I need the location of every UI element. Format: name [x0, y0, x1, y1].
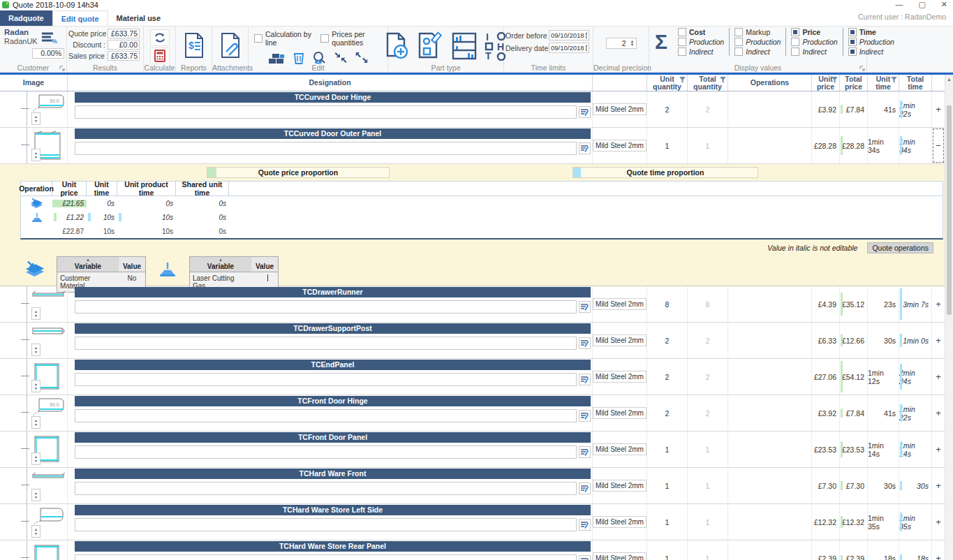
notes-edit-icon[interactable]: [579, 446, 591, 458]
row-expander[interactable]: −: [932, 128, 945, 163]
scroll-up-icon[interactable]: ▲: [945, 75, 953, 83]
op-unit-time[interactable]: 10s: [87, 214, 117, 221]
row-expander[interactable]: +: [932, 359, 945, 395]
recalculate-icon[interactable]: [150, 29, 170, 46]
notes-edit-icon[interactable]: [579, 410, 591, 422]
preview-icon[interactable]: [311, 51, 327, 64]
unit-quantity-cell[interactable]: 2: [647, 395, 688, 431]
filter-icon[interactable]: [720, 77, 726, 83]
designation-input[interactable]: [75, 105, 577, 119]
notes-edit-icon[interactable]: [579, 301, 591, 313]
order-before-date[interactable]: 09/10/2018: [549, 30, 589, 40]
unit-quantity-cell[interactable]: 1: [647, 504, 688, 540]
header-unit-price[interactable]: Unit price: [812, 75, 840, 91]
quantity-spinner[interactable]: ▲▼: [31, 112, 40, 125]
header-image[interactable]: Image: [0, 75, 68, 91]
row-expander[interactable]: +: [932, 91, 945, 127]
price-indirect-checkbox[interactable]: Indirect: [791, 47, 837, 56]
spinner-arrows-icon[interactable]: ▲▼: [629, 40, 636, 47]
header-total-quantity[interactable]: Total quantity: [688, 75, 728, 91]
quantity-spinner[interactable]: ▲▼: [31, 525, 40, 538]
designation-input[interactable]: [75, 518, 577, 531]
sales-price-value[interactable]: £633.75: [108, 51, 140, 61]
quote-operations-button[interactable]: Quote operations: [867, 242, 933, 253]
display-values-dialog-launcher[interactable]: [859, 66, 865, 71]
quantity-spinner[interactable]: ▲▼: [31, 380, 40, 392]
quantity-spinner[interactable]: ▲▼: [31, 416, 40, 429]
close-button[interactable]: ✕: [941, 0, 947, 9]
material-button[interactable]: Mild Steel 2mm: [593, 407, 647, 419]
tab-material-use[interactable]: Material use: [108, 10, 170, 26]
row-expander[interactable]: +: [932, 395, 945, 431]
material-button[interactable]: Mild Steel 2mm: [593, 103, 647, 115]
material-button[interactable]: Mild Steel 2mm: [593, 552, 647, 560]
op-header-unit-product-time[interactable]: Unit product time: [117, 182, 176, 196]
calculator-icon[interactable]: [150, 47, 170, 64]
op-header-operation[interactable]: Operation: [21, 182, 52, 196]
discount-input[interactable]: 0.00%: [32, 48, 64, 59]
unit-quantity-cell[interactable]: 2: [647, 323, 688, 358]
add-part-icon[interactable]: [384, 31, 409, 61]
material-button[interactable]: Mild Steel 2mm: [593, 443, 647, 455]
tab-edit-quote[interactable]: Edit quote: [52, 10, 108, 26]
op-header-shared-unit-time[interactable]: Shared unit time: [176, 182, 229, 196]
filter-icon[interactable]: [679, 77, 686, 83]
quantity-spinner[interactable]: ▲▼: [31, 452, 40, 465]
row-expander[interactable]: +: [932, 286, 945, 322]
nest-parts-icon[interactable]: [268, 52, 286, 64]
scrollbar-thumb[interactable]: [947, 105, 952, 315]
material-button[interactable]: Mild Steel 2mm: [593, 480, 647, 492]
quote-price-value[interactable]: £633.75: [108, 29, 140, 38]
header-total-time[interactable]: Total time: [899, 75, 932, 91]
notes-edit-icon[interactable]: [579, 374, 591, 385]
header-material[interactable]: [593, 75, 647, 91]
row-expander[interactable]: +: [932, 432, 945, 467]
material-button[interactable]: Mild Steel 2mm: [593, 371, 647, 383]
expand-all-icon[interactable]: [355, 51, 369, 64]
notes-edit-icon[interactable]: [579, 555, 591, 560]
markup-checkbox[interactable]: Markup: [734, 28, 781, 36]
unit-quantity-cell[interactable]: 1: [647, 128, 688, 163]
row-expander[interactable]: +: [932, 323, 945, 358]
op-header-unit-time[interactable]: Unit time: [87, 182, 117, 196]
unit-quantity-cell[interactable]: 1: [647, 432, 688, 467]
designation-input[interactable]: [75, 300, 577, 314]
unit-quantity-cell[interactable]: 2: [647, 359, 688, 395]
filter-icon[interactable]: [832, 77, 838, 83]
price-checkbox[interactable]: Price: [791, 28, 837, 36]
tab-radquote[interactable]: Radquote: [0, 10, 52, 26]
attachments-icon[interactable]: [214, 28, 246, 59]
material-button[interactable]: Mild Steel 2mm: [593, 516, 647, 528]
designation-input[interactable]: [75, 554, 577, 560]
header-unit-time[interactable]: Unit time: [868, 75, 899, 91]
notes-edit-icon[interactable]: [579, 142, 591, 154]
notes-edit-icon[interactable]: [579, 482, 591, 494]
unit-quantity-cell[interactable]: 8: [647, 286, 688, 322]
markup-indirect-checkbox[interactable]: Indirect: [734, 47, 781, 56]
op-header-unit-price[interactable]: Unit price: [52, 182, 87, 196]
notes-edit-icon[interactable]: [579, 519, 591, 531]
designation-input[interactable]: [75, 142, 577, 155]
price-production-checkbox[interactable]: Production: [791, 38, 837, 46]
discount-value[interactable]: £0.00: [108, 40, 140, 50]
designation-input[interactable]: [75, 482, 577, 495]
designation-input[interactable]: [75, 337, 577, 350]
designation-input[interactable]: [75, 445, 577, 459]
edit-part-icon[interactable]: [416, 31, 444, 61]
delete-icon[interactable]: [293, 51, 304, 64]
variable-column-header[interactable]: ▲Variable: [57, 257, 119, 272]
unit-quantity-cell[interactable]: 1: [647, 468, 688, 503]
cost-indirect-checkbox[interactable]: Indirect: [678, 47, 724, 56]
row-expander[interactable]: +: [932, 468, 945, 503]
row-expander[interactable]: +: [932, 504, 945, 540]
value-column-header[interactable]: Value: [251, 257, 278, 272]
customer-dialog-launcher[interactable]: [59, 66, 65, 71]
row-expander[interactable]: +: [932, 540, 945, 560]
prices-per-quantities-checkbox[interactable]: Prices per quantities: [320, 30, 386, 47]
quantity-spinner[interactable]: ▲▼: [31, 149, 40, 161]
material-button[interactable]: Mild Steel 2mm: [593, 334, 647, 346]
delivery-date[interactable]: 09/10/2018: [549, 43, 589, 53]
collapse-all-icon[interactable]: [334, 51, 348, 64]
op-unit-price[interactable]: £1.22: [52, 214, 87, 221]
header-unit-quantity[interactable]: Unit quantity: [647, 75, 688, 91]
